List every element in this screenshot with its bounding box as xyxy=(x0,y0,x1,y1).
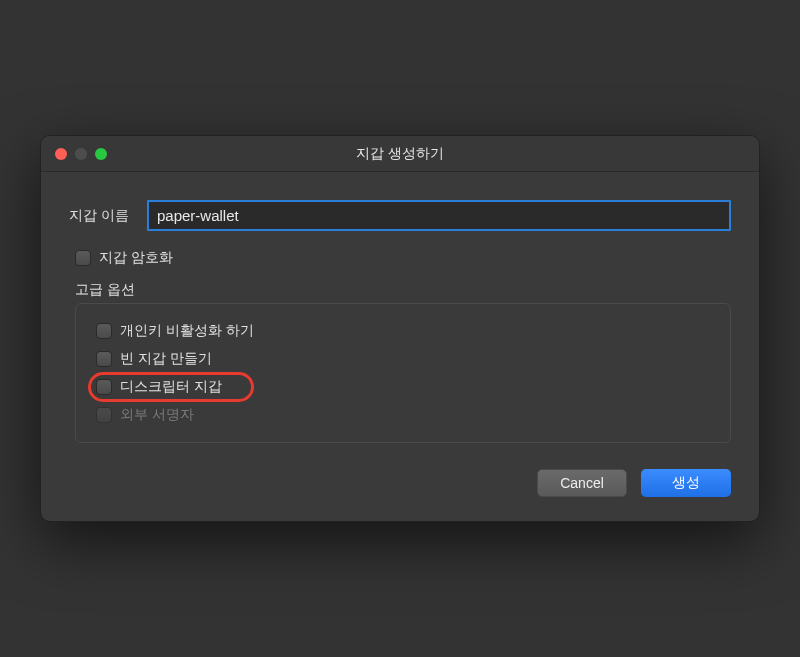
dialog-content: 지갑 이름 지갑 암호화 고급 옵션 개인키 비활성화 하기 빈 지갑 만들기 xyxy=(41,172,759,521)
button-row: Cancel 생성 xyxy=(69,469,731,497)
wallet-name-label: 지갑 이름 xyxy=(69,207,147,225)
advanced-options-label: 고급 옵션 xyxy=(75,281,731,299)
maximize-icon[interactable] xyxy=(95,148,107,160)
encrypt-wallet-label: 지갑 암호화 xyxy=(99,249,173,267)
external-signer-label: 외부 서명자 xyxy=(120,406,194,424)
create-button[interactable]: 생성 xyxy=(641,469,731,497)
make-blank-wallet-label: 빈 지갑 만들기 xyxy=(120,350,212,368)
external-signer-row: 외부 서명자 xyxy=(96,406,710,424)
wallet-name-input[interactable] xyxy=(147,200,731,231)
make-blank-wallet-row[interactable]: 빈 지갑 만들기 xyxy=(96,350,710,368)
make-blank-wallet-checkbox[interactable] xyxy=(96,351,112,367)
options-section: 지갑 암호화 고급 옵션 개인키 비활성화 하기 빈 지갑 만들기 디스크립터 … xyxy=(75,249,731,443)
descriptor-wallet-row[interactable]: 디스크립터 지갑 xyxy=(96,378,710,396)
disable-private-keys-label: 개인키 비활성화 하기 xyxy=(120,322,254,340)
wallet-name-row: 지갑 이름 xyxy=(69,200,731,231)
traffic-lights xyxy=(41,148,107,160)
encrypt-wallet-row[interactable]: 지갑 암호화 xyxy=(75,249,731,267)
descriptor-wallet-label: 디스크립터 지갑 xyxy=(120,378,222,396)
window-title: 지갑 생성하기 xyxy=(41,145,759,163)
disable-private-keys-row[interactable]: 개인키 비활성화 하기 xyxy=(96,322,710,340)
disable-private-keys-checkbox[interactable] xyxy=(96,323,112,339)
close-icon[interactable] xyxy=(55,148,67,160)
advanced-options-group: 개인키 비활성화 하기 빈 지갑 만들기 디스크립터 지갑 외부 서명자 xyxy=(75,303,731,443)
titlebar: 지갑 생성하기 xyxy=(41,136,759,172)
external-signer-checkbox xyxy=(96,407,112,423)
encrypt-wallet-checkbox[interactable] xyxy=(75,250,91,266)
cancel-button[interactable]: Cancel xyxy=(537,469,627,497)
minimize-icon xyxy=(75,148,87,160)
dialog-create-wallet: 지갑 생성하기 지갑 이름 지갑 암호화 고급 옵션 개인키 비활성화 하기 빈… xyxy=(40,135,760,522)
descriptor-wallet-checkbox[interactable] xyxy=(96,379,112,395)
